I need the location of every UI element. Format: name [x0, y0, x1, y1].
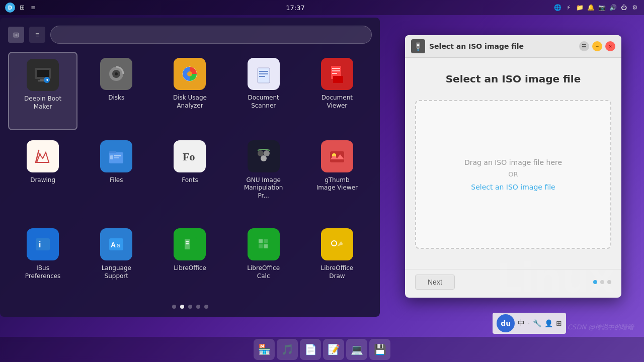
app-item-document-viewer[interactable]: Document Viewer [302, 52, 372, 130]
zh-label[interactable]: 中 [518, 319, 525, 328]
drop-zone[interactable]: Drag an ISO image file here OR Select an… [415, 100, 611, 249]
next-button[interactable]: Next [415, 275, 455, 290]
app-icon-disk-usage-analyzer [174, 58, 206, 90]
drop-text: Drag an ISO image file here [464, 158, 562, 166]
app-item-deepin-boot-maker[interactable]: Deepin Boot Maker [8, 52, 77, 130]
app-icon-gthumb [321, 140, 353, 172]
app-icon-drawing [27, 140, 59, 172]
dialog-close-button[interactable]: × [605, 41, 615, 51]
dialog-body: Select an ISO image file Drag an ISO ima… [405, 58, 621, 269]
dock-item-appstore[interactable]: 🏪 [254, 339, 275, 360]
page-dot-3[interactable] [188, 305, 192, 309]
app-label-disks: Disks [108, 94, 124, 102]
page-dot-5[interactable] [204, 305, 208, 309]
app-item-drawing[interactable]: Drawing [8, 134, 77, 218]
svg-rect-16 [332, 70, 340, 71]
dialog-title-text: Select an ISO image file [429, 42, 524, 50]
list-view-button[interactable]: ≡ [29, 27, 45, 43]
svg-point-28 [261, 155, 267, 161]
app-item-gnu-image[interactable]: GNU Image Manipulation Pr... [229, 134, 298, 218]
dialog-footer: Next [405, 269, 621, 298]
app-icon-disks [100, 58, 132, 90]
app-item-disk-usage-analyzer[interactable]: Disk Usage Analyzer [155, 52, 224, 130]
app-label-libreoffice-draw: LibreOffice Draw [314, 264, 360, 280]
top-taskbar: D ⊞ ≡ 17:37 🌐 ⚡ 📁 🔔 📷 🔊 ⏻ ⚙ [0, 0, 644, 15]
select-iso-link[interactable]: Select an ISO image file [471, 183, 555, 191]
shutdown-icon[interactable]: ⚙ [631, 4, 639, 12]
search-input[interactable] [50, 26, 372, 44]
user-icon[interactable]: 👤 [544, 319, 553, 327]
grid-icon[interactable]: ⊞ [556, 319, 562, 327]
svg-rect-42 [259, 244, 263, 248]
deepin-logo[interactable]: D [5, 3, 15, 13]
svg-rect-31 [36, 238, 50, 250]
progress-dot-3 [607, 280, 611, 284]
notification-icon[interactable]: 🔔 [587, 4, 595, 12]
svg-rect-21 [109, 151, 116, 153]
svg-text:i: i [39, 240, 41, 249]
grid-view-button[interactable]: ⊞ [8, 27, 24, 43]
app-label-document-viewer: Document Viewer [314, 94, 360, 110]
taskbar-top-left: D ⊞ ≡ [5, 3, 37, 13]
screenshot-icon[interactable]: 📷 [598, 4, 606, 12]
app-item-libreoffice[interactable]: LibreOffice [155, 222, 224, 299]
tools-icon[interactable]: 🔧 [533, 319, 541, 327]
svg-rect-13 [259, 76, 265, 77]
app-item-language-support[interactable]: Aa Language Support [82, 222, 151, 299]
grid-view-icon[interactable]: ⊞ [18, 4, 26, 12]
clock: 17:37 [286, 4, 304, 12]
dialog-title-left: Select an ISO image file [411, 39, 524, 53]
dock-item-notes[interactable]: 📝 [323, 339, 344, 360]
progress-dot-1 [593, 280, 597, 284]
baidu-input-icon[interactable]: du [497, 314, 515, 332]
app-item-libreoffice-calc[interactable]: LibreOffice Calc [229, 222, 298, 299]
svg-rect-11 [259, 71, 268, 72]
network-icon[interactable]: 🌐 [553, 4, 561, 12]
usb-icon [411, 39, 425, 53]
svg-point-9 [187, 71, 192, 76]
svg-rect-17 [332, 73, 337, 74]
app-label-gnu-image: GNU Image Manipulation Pr... [241, 176, 286, 200]
app-icon-files [100, 140, 132, 172]
app-icon-language-support: Aa [100, 228, 132, 260]
dock-item-terminal[interactable]: 💻 [346, 339, 367, 360]
app-label-document-scanner: Document Scanner [241, 94, 286, 110]
svg-rect-41 [264, 239, 268, 243]
svg-rect-22 [110, 155, 113, 159]
app-label-ibus: IBus Preferences [20, 264, 65, 280]
app-item-document-scanner[interactable]: Document Scanner [229, 52, 298, 130]
dialog-menu-button[interactable]: ☰ [579, 41, 589, 51]
svg-point-27 [264, 150, 270, 156]
svg-rect-37 [186, 241, 189, 242]
app-icon-gnu-image [248, 140, 280, 172]
page-dot-4[interactable] [196, 305, 200, 309]
dialog-minimize-button[interactable]: − [592, 41, 602, 51]
app-icon-deepin-boot-maker [27, 59, 59, 91]
svg-text:A: A [111, 241, 116, 249]
svg-rect-47 [417, 48, 420, 49]
app-label-drawing: Drawing [30, 176, 55, 185]
app-icon-libreoffice-calc [248, 228, 280, 260]
files-icon[interactable]: 📁 [576, 4, 584, 12]
power-icon[interactable]: ⏻ [620, 4, 628, 12]
app-item-fonts[interactable]: Fo Fonts [155, 134, 224, 218]
page-dot-1[interactable] [172, 305, 176, 309]
svg-rect-43 [264, 244, 268, 248]
svg-rect-38 [186, 243, 189, 244]
dot-sep: · [528, 320, 530, 327]
app-item-disks[interactable]: Disks [82, 52, 151, 130]
app-item-gthumb[interactable]: gThumb Image Viewer [302, 134, 372, 218]
list-view-icon[interactable]: ≡ [29, 4, 37, 12]
dock-item-boot-maker[interactable]: 💾 [369, 339, 390, 360]
dock-item-reader[interactable]: 📄 [300, 339, 321, 360]
iso-dialog: Select an ISO image file ☰ − × Select an… [405, 35, 621, 298]
page-dot-2[interactable] [180, 305, 184, 309]
volume-icon[interactable]: 🔊 [609, 4, 617, 12]
app-item-files[interactable]: Files [82, 134, 151, 218]
pagination [8, 305, 372, 309]
bluetooth-icon[interactable]: ⚡ [565, 4, 573, 12]
svg-point-26 [258, 150, 264, 156]
app-item-ibus[interactable]: i IBus Preferences [8, 222, 77, 299]
dock-item-music[interactable]: 🎵 [277, 339, 298, 360]
app-item-libreoffice-draw[interactable]: LibreOffice Draw [302, 222, 372, 299]
